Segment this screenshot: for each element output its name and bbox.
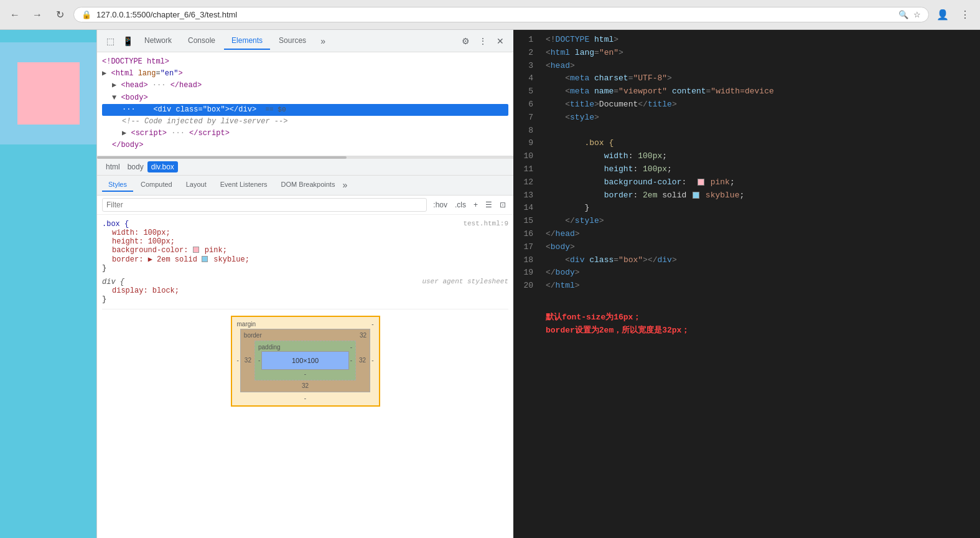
annotation-block: 默认font-size为16px； border设置为2em，所以宽度是32px… bbox=[546, 311, 973, 337]
breadcrumb-div[interactable]: div.box bbox=[147, 161, 178, 172]
css-prop-border[interactable]: border: ▶ 2em solid skyblue; bbox=[102, 255, 508, 264]
refresh-button[interactable]: ↻ bbox=[51, 6, 68, 24]
code-line-18: <div class="box"></div> bbox=[546, 254, 973, 267]
devtools-panel: ⬚ 📱 Network Console Elements Sources » ⚙… bbox=[96, 30, 513, 538]
tree-div-box[interactable]: ··· <div class="box"></div> == $0 bbox=[102, 104, 508, 116]
tab-elements[interactable]: Elements bbox=[224, 32, 270, 50]
margin-left-val: - bbox=[237, 357, 239, 364]
more-options-icon[interactable]: ⋮ bbox=[475, 33, 491, 49]
security-icon: 🔒 bbox=[82, 10, 91, 19]
pink-box bbox=[17, 62, 80, 125]
tree-body-close[interactable]: </body> bbox=[102, 139, 508, 151]
css-div-close: } bbox=[102, 295, 508, 304]
tree-body[interactable]: ▼ <body> bbox=[102, 92, 508, 104]
new-rule-button[interactable]: ☰ bbox=[483, 199, 495, 210]
more-style-tabs-icon[interactable]: » bbox=[342, 180, 347, 190]
border-top-val: 32 bbox=[360, 332, 366, 339]
styles-tab-layout[interactable]: Layout bbox=[180, 178, 213, 192]
code-content[interactable]: <!DOCTYPE html> <html lang="en"> <head> … bbox=[538, 30, 980, 538]
styles-tab-styles[interactable]: Styles bbox=[102, 178, 133, 192]
css-rule-div: div { user agent stylesheet display: blo… bbox=[102, 278, 508, 304]
code-line-4: <meta charset="UTF-8"> bbox=[546, 72, 973, 85]
tree-comment: <!-- Code injected by live-server --> bbox=[102, 116, 508, 128]
add-style-button[interactable]: + bbox=[471, 199, 480, 210]
address-bar[interactable]: 🔒 127.0.0.1:5500/chapter_6/6_3/test.html… bbox=[73, 7, 929, 22]
code-line-5: <meta name="viewport" content="width=dev… bbox=[546, 85, 973, 98]
toggle-button[interactable]: ⊡ bbox=[497, 199, 508, 210]
breadcrumb-body[interactable]: body bbox=[124, 161, 147, 172]
styles-tab-event-listeners[interactable]: Event Listeners bbox=[214, 178, 274, 192]
code-line-8 bbox=[546, 125, 973, 138]
code-line-15: </style> bbox=[546, 215, 973, 228]
code-line-14: } bbox=[546, 202, 973, 215]
margin-top-val: - bbox=[371, 321, 373, 328]
styles-tab-dom-breakpoints[interactable]: DOM Breakpoints bbox=[275, 178, 342, 192]
elements-tree: <!DOCTYPE html> ▶ <html lang="en"> ▶ <he… bbox=[97, 52, 513, 156]
filter-actions: :hov .cls + ☰ ⊡ bbox=[431, 199, 508, 210]
tree-doctype[interactable]: <!DOCTYPE html> bbox=[102, 56, 508, 68]
code-line-6: <title>Document</title> bbox=[546, 98, 973, 111]
code-line-10: width: 100px; bbox=[546, 150, 973, 163]
tree-script[interactable]: ▶ <script> ··· </script> bbox=[102, 128, 508, 139]
css-rule-div-header: div { user agent stylesheet bbox=[102, 278, 508, 286]
css-selector[interactable]: .box { bbox=[102, 220, 129, 229]
preview-box-outer bbox=[0, 42, 100, 144]
tab-console[interactable]: Console bbox=[180, 32, 223, 50]
css-prop-height[interactable]: height: 100px; bbox=[102, 237, 508, 246]
breadcrumb: html body div.box bbox=[97, 159, 513, 176]
border-bottom-val: 32 bbox=[302, 382, 309, 389]
padding-label: padding bbox=[258, 344, 281, 351]
tree-html[interactable]: ▶ <html lang="en"> bbox=[102, 68, 508, 80]
menu-button[interactable]: ⋮ bbox=[956, 6, 974, 24]
css-prop-bg[interactable]: background-color: pink; bbox=[102, 246, 508, 255]
code-line-12: background-color: pink; bbox=[546, 176, 973, 189]
browser-chrome: ← → ↻ 🔒 127.0.0.1:5500/chapter_6/6_3/tes… bbox=[0, 0, 980, 30]
code-skyblue-swatch bbox=[693, 192, 699, 199]
more-tabs-icon[interactable]: » bbox=[315, 33, 331, 49]
code-line-20: </html> bbox=[546, 280, 973, 293]
device-icon[interactable]: 📱 bbox=[119, 33, 136, 49]
styles-tab-computed[interactable]: Computed bbox=[134, 178, 179, 192]
filter-input[interactable] bbox=[102, 198, 427, 212]
inspect-icon[interactable]: ⬚ bbox=[102, 33, 118, 49]
devtools-toolbar: ⬚ 📱 Network Console Elements Sources » ⚙… bbox=[97, 30, 513, 52]
code-line-19: </body> bbox=[546, 267, 973, 280]
css-prop-width[interactable]: width: 100px; bbox=[102, 229, 508, 237]
hov-button[interactable]: :hov bbox=[431, 199, 450, 210]
css-rule-close: } bbox=[102, 264, 508, 273]
content-box: 100×100 bbox=[261, 351, 348, 370]
css-div-selector[interactable]: div { bbox=[102, 278, 124, 286]
css-prop-display[interactable]: display: block; bbox=[102, 286, 508, 295]
padding-top-val: - bbox=[350, 344, 352, 351]
css-source: test.html:9 bbox=[463, 220, 508, 227]
code-line-11: height: 100px; bbox=[546, 163, 973, 176]
tab-network[interactable]: Network bbox=[137, 32, 179, 50]
code-line-2: <html lang="en"> bbox=[546, 47, 973, 60]
tab-sources[interactable]: Sources bbox=[271, 32, 314, 50]
annotation-line2: border设置为2em，所以宽度是32px； bbox=[546, 324, 973, 337]
breadcrumb-html[interactable]: html bbox=[102, 161, 124, 172]
border-expand-icon[interactable]: ▶ bbox=[148, 255, 152, 264]
code-pink-swatch bbox=[698, 179, 704, 186]
code-line-7: <style> bbox=[546, 111, 973, 125]
annotation-line1: 默认font-size为16px； bbox=[546, 311, 973, 324]
skyblue-swatch bbox=[202, 256, 208, 262]
settings-icon[interactable]: ⚙ bbox=[457, 33, 474, 49]
padding-left-val: - bbox=[257, 357, 261, 364]
padding-bottom-val: - bbox=[304, 370, 306, 377]
line-numbers: 12345 678910 1112131415 1617181920 bbox=[513, 30, 538, 538]
margin-label: margin bbox=[237, 321, 256, 328]
code-line-13: border: 2em solid skyblue; bbox=[546, 189, 973, 202]
css-rules: .box { test.html:9 width: 100px; height:… bbox=[97, 215, 513, 539]
tree-scrollbar[interactable] bbox=[97, 156, 513, 159]
code-lines[interactable]: 12345 678910 1112131415 1617181920 <!DOC… bbox=[513, 30, 980, 538]
back-button[interactable]: ← bbox=[6, 6, 24, 24]
tree-head[interactable]: ▶ <head> ··· </head> bbox=[102, 80, 508, 92]
close-devtools-button[interactable]: ✕ bbox=[492, 33, 508, 49]
code-line-3: <head> bbox=[546, 60, 973, 73]
pink-swatch bbox=[193, 247, 199, 253]
forward-button[interactable]: → bbox=[29, 6, 46, 24]
profile-button[interactable]: 👤 bbox=[934, 6, 951, 24]
code-line-1: <!DOCTYPE html> bbox=[546, 34, 973, 47]
cls-button[interactable]: .cls bbox=[452, 199, 469, 210]
